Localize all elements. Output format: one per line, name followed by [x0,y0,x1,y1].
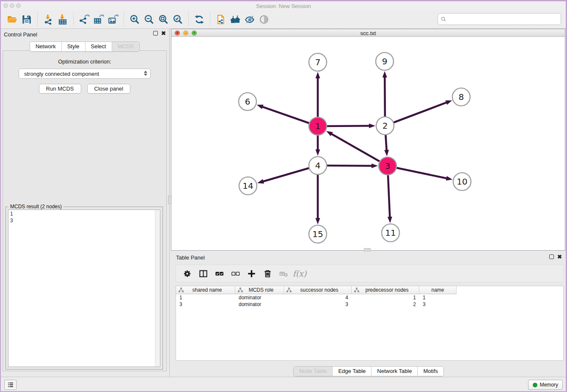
edge-1-6[interactable] [257,105,318,126]
table-panel-close-icon[interactable]: ✖ [557,254,562,259]
houses-button[interactable] [228,12,242,27]
zoom-out-button[interactable] [142,12,156,27]
tab-mcds[interactable]: MCDS [112,42,139,51]
main-toolbar [0,10,567,29]
import-table-icon [57,14,68,25]
horizontal-splitter-handle[interactable] [364,248,371,251]
node-14[interactable]: 14 [239,177,257,195]
table-cell[interactable]: dominator [235,301,284,308]
svg-text:8: 8 [459,92,464,102]
split-table-button[interactable] [196,267,210,280]
node-1[interactable]: 1 [309,117,327,135]
edge-2-8[interactable] [385,100,452,126]
node-7[interactable]: 7 [309,53,327,71]
column-header-shared-name[interactable]: shared name [176,286,235,294]
column-header-name[interactable]: name [419,286,457,294]
tab-edge-table[interactable]: Edge Table [333,367,372,376]
settings-gear-button[interactable] [180,267,194,280]
tab-network-table[interactable]: Network Table [372,367,418,376]
svg-text:9: 9 [382,56,388,66]
table-cell[interactable]: dominator [235,294,284,301]
table-cell[interactable]: 2 [352,301,419,308]
vertical-splitter-handle[interactable] [168,196,172,204]
settings-gear-icon [182,269,192,279]
select-all-checkboxes-icon [215,269,224,279]
column-header-MCDS-role[interactable]: MCDS role [235,286,284,294]
toolbar-separator [37,12,38,27]
import-network-button[interactable] [41,12,55,27]
node-11[interactable]: 11 [382,224,399,242]
zoom-selected-button[interactable] [171,12,185,27]
tab-style[interactable]: Style [62,42,85,51]
duplicate-network-icon [215,14,226,25]
column-header-predecessor-nodes[interactable]: predecessor nodes [352,286,419,294]
svg-text:6: 6 [245,97,250,107]
split-table-icon [198,269,208,279]
table-row[interactable]: 3dominator323 [176,301,563,308]
export-network-button[interactable] [77,12,91,27]
node-8[interactable]: 8 [452,88,470,106]
app-window: { "titlebar": { "title": "Session: New S… [0,0,567,392]
memory-button[interactable]: Memory [528,380,563,390]
node-15[interactable]: 15 [309,225,327,243]
refresh-layout-button[interactable] [192,12,206,27]
open-folder-button[interactable] [5,12,19,27]
table-cell[interactable]: 3 [176,301,235,308]
table-cell[interactable]: 4 [284,294,352,301]
delete-column-button[interactable] [261,267,274,280]
zoom-fit-button[interactable] [156,12,171,27]
refresh-layout-icon [194,14,205,25]
node-3[interactable]: 3 [379,157,396,175]
search-input[interactable] [449,16,558,22]
node-9[interactable]: 9 [376,52,394,70]
node-4[interactable]: 4 [309,157,327,174]
save-button[interactable] [19,12,34,27]
table-cell[interactable]: 1 [352,294,419,301]
table-cell[interactable]: 1 [176,294,235,301]
edge-3-10[interactable] [388,166,452,181]
node-2[interactable]: 2 [376,117,394,135]
add-column-icon [247,269,256,279]
table-row[interactable]: 1dominator411 [176,294,563,301]
close-panel-button[interactable]: Close panel [87,84,131,94]
table-tabs: Node TableEdge TableNetwork TableMotifs [293,366,444,376]
table-cell[interactable]: 3 [419,301,457,308]
select-all-checkboxes-button[interactable] [212,267,226,280]
eye-slash-button[interactable] [242,12,257,27]
svg-text:7: 7 [315,57,321,67]
task-history-button[interactable] [4,380,17,390]
tab-network[interactable]: Network [30,42,62,51]
tab-select[interactable]: Select [85,42,112,51]
import-table-button[interactable] [55,12,70,27]
edge-3-1[interactable] [326,131,388,166]
edge-4-14[interactable] [257,166,318,184]
control-panel-close-icon[interactable]: ✖ [161,31,166,36]
zoom-in-button[interactable] [127,12,142,27]
status-bar: Memory [0,377,567,392]
export-table-button[interactable] [91,12,106,27]
duplicate-network-button[interactable] [214,12,228,27]
mcds-result-line: 1 [10,210,158,217]
mcds-result-textarea[interactable]: 13 [8,210,160,367]
node-10[interactable]: 10 [453,173,471,190]
table-cell[interactable]: 3 [284,301,352,308]
run-mcds-button[interactable]: Run MCDS [39,84,81,94]
titlebar: Session: New Session [0,1,567,10]
control-panel-float-icon[interactable] [153,31,158,36]
result-scrollbar[interactable] [155,210,160,367]
window-border-left [0,0,1,392]
network-window-titlebar: ✕ – + scc.txt [171,29,565,37]
table-panel-float-icon[interactable] [549,254,554,259]
network-canvas[interactable]: 7968124314101511 [171,37,565,250]
node-6[interactable]: 6 [239,93,256,110]
clear-checkboxes-button[interactable] [228,267,242,280]
optimization-criterion-select[interactable]: strongly connected component [19,69,151,79]
tab-motifs[interactable]: Motifs [418,367,443,376]
tab-node-table[interactable]: Node Table [294,367,333,376]
column-header-successor-nodes[interactable]: successor nodes [284,286,352,294]
table-cell[interactable]: 1 [419,294,457,301]
add-column-button[interactable] [245,267,258,280]
optimization-criterion-value: strongly connected component [24,71,99,77]
export-image-button[interactable] [106,12,120,27]
window-title: Session: New Session [0,3,567,9]
